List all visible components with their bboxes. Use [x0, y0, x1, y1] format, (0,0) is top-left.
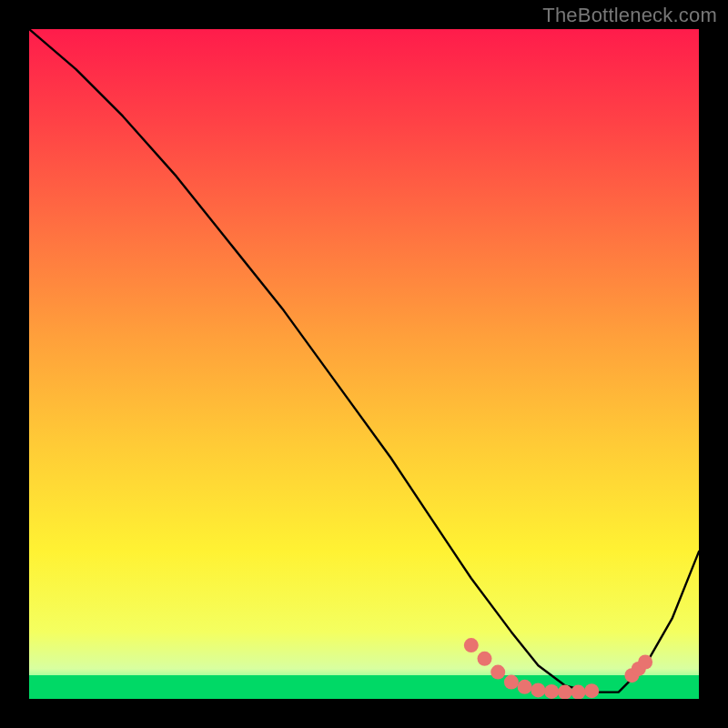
marker-dot [464, 638, 479, 652]
marker-dot [531, 682, 545, 697]
plot-area [29, 29, 699, 699]
marker-dot [518, 680, 532, 694]
marker-dot [558, 685, 572, 699]
marker-dot [638, 655, 652, 670]
marker-dot [478, 652, 492, 666]
marker-dot [504, 675, 519, 690]
marker-dots [464, 638, 652, 699]
marker-dot [571, 685, 586, 699]
marker-dot [544, 684, 559, 699]
marker-dot [584, 683, 599, 698]
watermark-text: TheBottleneck.com [542, 4, 717, 27]
chart-root: TheBottleneck.com [0, 0, 728, 728]
marker-dot [490, 665, 505, 680]
curve-layer [29, 29, 699, 699]
bottleneck-curve [29, 29, 699, 693]
